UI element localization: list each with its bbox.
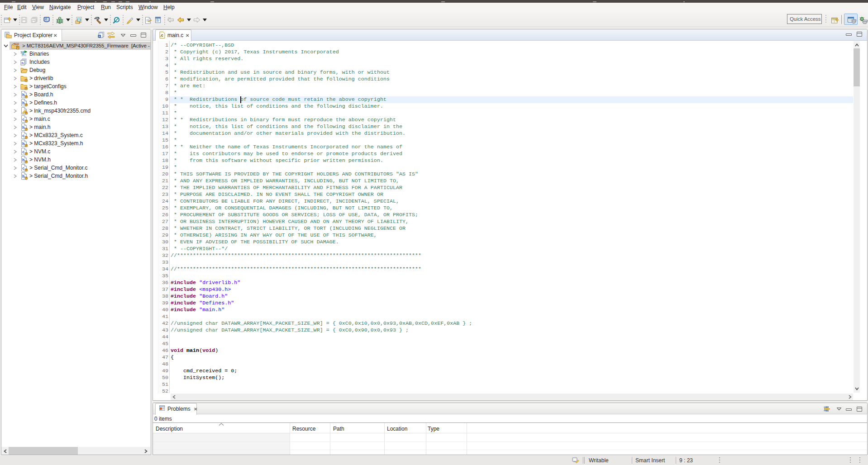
svg-text:c: c xyxy=(22,150,24,155)
svg-text:h: h xyxy=(22,93,24,98)
svg-text:.c: .c xyxy=(160,33,163,38)
svg-text:h: h xyxy=(22,175,24,179)
svg-text:101: 101 xyxy=(21,54,27,57)
svg-text:h: h xyxy=(22,158,24,163)
svg-text:c: c xyxy=(22,166,24,171)
svg-text:c: c xyxy=(22,134,24,138)
svg-text:h: h xyxy=(22,61,24,65)
svg-text:h: h xyxy=(22,101,24,106)
svg-text:h: h xyxy=(22,142,24,147)
svg-text:c: c xyxy=(22,118,24,122)
svg-text:h: h xyxy=(22,126,24,130)
